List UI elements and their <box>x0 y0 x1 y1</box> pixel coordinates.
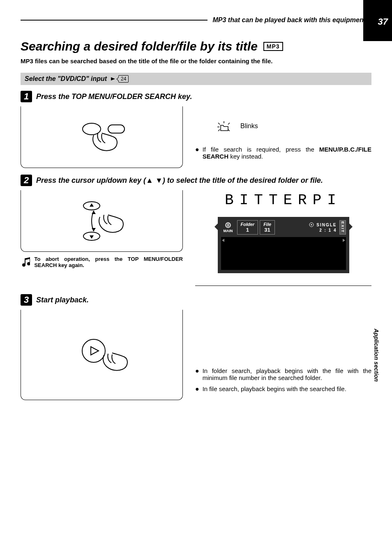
disc-icon <box>309 222 314 227</box>
osd-file-value: 31 <box>263 227 271 233</box>
svg-line-2 <box>218 123 220 124</box>
osd-time-value: 2 : 1 4 <box>319 228 337 233</box>
step-1-illustration <box>21 106 183 168</box>
header-rule-row: MP3 that can be played back with this eq… <box>21 16 371 24</box>
svg-marker-9 <box>90 203 94 207</box>
svg-point-20 <box>311 224 312 226</box>
mp3-badge: MP3 <box>263 42 283 51</box>
step-2-badge: 2 <box>21 175 32 186</box>
page-reference: 24 <box>111 75 129 83</box>
svg-point-21 <box>82 339 105 362</box>
step-3-bullet-2-text: In file search, playback begins with the… <box>203 385 346 393</box>
osd-single-label: SINGLE <box>316 223 337 227</box>
hand-cursor-updown-icon <box>69 194 135 248</box>
svg-rect-1 <box>108 125 125 133</box>
step-3-title: Start playback. <box>36 296 89 304</box>
step-3-bullet-2: ● In file search, playback begins with t… <box>195 385 371 393</box>
intro-text: MP3 files can be searched based on the t… <box>21 58 371 64</box>
svg-line-5 <box>218 129 220 131</box>
display-readout: BITTERPI <box>195 192 371 209</box>
bullet-icon: ● <box>195 385 199 393</box>
osd-folder-box: Folder 1 <box>237 220 258 235</box>
osd-exit-label: EXIT <box>339 220 346 235</box>
osd-file-box: File 31 <box>260 220 275 235</box>
step-1-heading: 1 Press the TOP MENU/FOLDER SEARCH key. <box>21 91 371 102</box>
osd-screen-area <box>221 237 346 270</box>
prerequisite-bar: Select the "DVD/CD" input 24 <box>21 73 371 85</box>
osd-display: MAIN Folder 1 File 31 SINGLE <box>218 217 349 273</box>
bullet-icon: ● <box>195 146 199 160</box>
section-header: MP3 that can be played back with this eq… <box>212 16 366 24</box>
bullet-icon: ● <box>195 367 199 381</box>
blinks-label: Blinks <box>240 122 258 130</box>
osd-main-cell: MAIN <box>221 220 235 235</box>
step-2-abort-note: To abort operation, press the TOP MENU/F… <box>21 256 183 268</box>
arrow-right-icon <box>111 77 115 81</box>
page-number: 37 <box>378 16 388 27</box>
side-section-tab: Application section <box>373 329 380 382</box>
page-title-text: Searching a desired folder/file by its t… <box>21 39 258 53</box>
step-3-badge: 3 <box>21 294 32 306</box>
osd-file-label: File <box>263 222 271 227</box>
page-ref-number: 24 <box>118 75 129 83</box>
hand-press-button-icon <box>69 117 135 158</box>
svg-marker-12 <box>92 211 96 214</box>
page-title: Searching a desired folder/file by its t… <box>21 39 371 53</box>
osd-folder-label: Folder <box>241 222 255 227</box>
step-1-title: Press the TOP MENU/FOLDER SEARCH key. <box>36 92 192 101</box>
svg-point-0 <box>83 123 101 135</box>
step-2-illustration <box>21 190 183 252</box>
step-3-bullet-1-text: In folder search, playback begins with t… <box>203 367 371 381</box>
svg-marker-22 <box>91 347 99 355</box>
svg-marker-11 <box>90 235 94 239</box>
osd-single-box: SINGLE 2 : 1 4 <box>277 220 337 235</box>
step-1-note-suffix: key instead. <box>228 153 263 160</box>
step-3-illustration <box>21 310 183 400</box>
prerequisite-text: Select the "DVD/CD" input <box>25 75 107 83</box>
step-1-note-prefix: If file search is required, press the <box>203 146 319 153</box>
globe-icon <box>225 222 231 228</box>
step-1-note: ● If file search is required, press the … <box>195 146 371 160</box>
divider <box>195 286 371 286</box>
step-3-bullet-1: ● In folder search, playback begins with… <box>195 367 371 381</box>
step-2-heading: 2 Press the cursor up/down key (▲ ▼) to … <box>21 175 371 186</box>
osd-main-label: MAIN <box>224 229 233 233</box>
svg-line-4 <box>228 123 230 124</box>
hand-press-play-icon <box>69 326 135 384</box>
step-3-heading: 3 Start playback. <box>21 294 371 306</box>
music-note-icon <box>21 256 30 267</box>
step-2-title: Press the cursor up/down key (▲ ▼) to se… <box>36 176 323 185</box>
folder-blink-icon <box>216 119 232 134</box>
step-2-abort-text: To abort operation, press the TOP MENU/F… <box>34 256 183 268</box>
svg-marker-13 <box>92 228 96 231</box>
step-1-badge: 1 <box>21 91 32 102</box>
osd-folder-value: 1 <box>241 227 255 233</box>
